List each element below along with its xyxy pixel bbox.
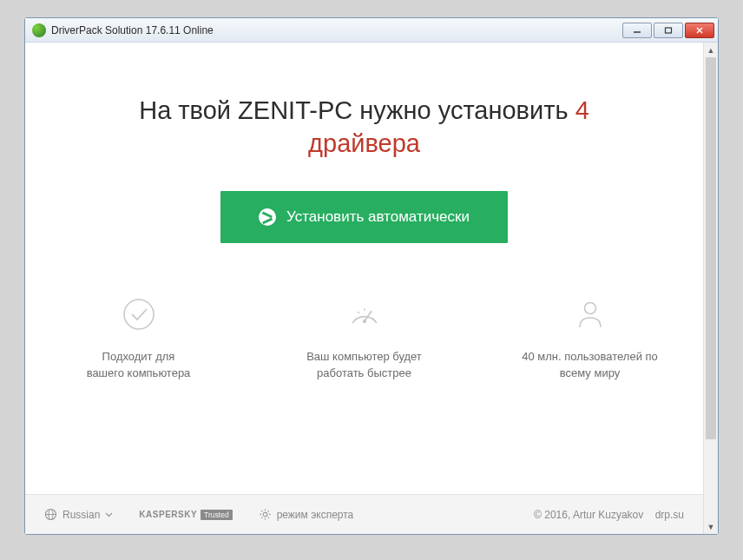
close-button[interactable]: [685, 23, 714, 38]
window-controls: [622, 23, 714, 38]
headline: На твой ZENIT-PC нужно установить 4 драй…: [139, 95, 589, 160]
scroll-down-button[interactable]: ▼: [704, 519, 718, 534]
maximize-button[interactable]: [654, 23, 683, 38]
headline-pcname: ZENIT-PC: [238, 96, 352, 124]
app-window: DriverPack Solution 17.6.11 Online На тв…: [24, 17, 719, 535]
svg-line-8: [358, 312, 359, 313]
site-link[interactable]: drp.su: [655, 509, 684, 521]
minimize-icon: [633, 27, 641, 34]
headline-prefix: На твой: [139, 96, 238, 124]
language-label: Russian: [62, 509, 100, 521]
feature-users: 40 млн. пользователей по всему миру: [512, 297, 668, 382]
expert-mode-label: режим эксперта: [277, 509, 354, 521]
globe-icon: [44, 508, 57, 521]
svg-line-7: [355, 319, 358, 320]
main-panel: На твой ZENIT-PC нужно установить 4 драй…: [25, 43, 703, 494]
feature-text: 40 млн. пользователей по всему миру: [522, 349, 658, 382]
close-icon: [695, 27, 704, 34]
headline-middle: нужно установить: [352, 96, 575, 124]
chevron-down-icon: [105, 512, 113, 517]
headline-count: 4: [575, 96, 589, 124]
maximize-icon: [664, 27, 673, 34]
minimize-button[interactable]: [622, 23, 652, 38]
feature-text: Подходит для вашего компьютера: [87, 349, 191, 382]
driverpack-logo-icon: [259, 208, 276, 226]
scroll-up-button[interactable]: ▲: [704, 43, 718, 57]
headline-drivers: драйвера: [308, 129, 420, 157]
titlebar: DriverPack Solution 17.6.11 Online: [25, 18, 718, 43]
features-row: Подходит для вашего компьютера Ваш компь…: [25, 297, 703, 382]
svg-point-6: [362, 320, 365, 323]
svg-point-4: [124, 300, 154, 329]
svg-point-12: [584, 303, 595, 314]
trusted-badge: Trusted: [201, 510, 233, 520]
kaspersky-badge: KASPERSKY Trusted: [139, 510, 232, 520]
copyright: © 2016, Artur Kuzyakov drp.su: [534, 509, 684, 521]
feature-faster: Ваш компьютер будет работать быстрее: [286, 297, 443, 382]
svg-line-11: [372, 319, 374, 320]
window-title: DriverPack Solution 17.6.11 Online: [51, 24, 622, 36]
install-button-label: Установить автоматически: [286, 208, 470, 226]
kaspersky-brand: KASPERSKY: [139, 510, 197, 519]
gauge-icon: [347, 297, 382, 335]
feature-compatible: Подходит для вашего компьютера: [61, 297, 217, 382]
app-icon: [32, 23, 46, 37]
user-icon: [573, 297, 608, 335]
expert-mode-button[interactable]: режим эксперта: [259, 508, 354, 521]
svg-point-16: [263, 512, 267, 517]
footer-bar: Russian KASPERSKY Trusted режим эксперта…: [25, 494, 703, 534]
content-area: На твой ZENIT-PC нужно установить 4 драй…: [25, 43, 718, 534]
scrollbar-thumb[interactable]: [706, 57, 716, 439]
feature-text: Ваш компьютер будет работать быстрее: [306, 349, 422, 382]
check-circle-icon: [122, 297, 156, 335]
language-selector[interactable]: Russian: [44, 508, 113, 521]
gear-icon: [259, 508, 272, 521]
svg-rect-1: [666, 28, 672, 33]
install-auto-button[interactable]: Установить автоматически: [220, 191, 508, 243]
vertical-scrollbar[interactable]: ▲ ▼: [703, 43, 718, 534]
